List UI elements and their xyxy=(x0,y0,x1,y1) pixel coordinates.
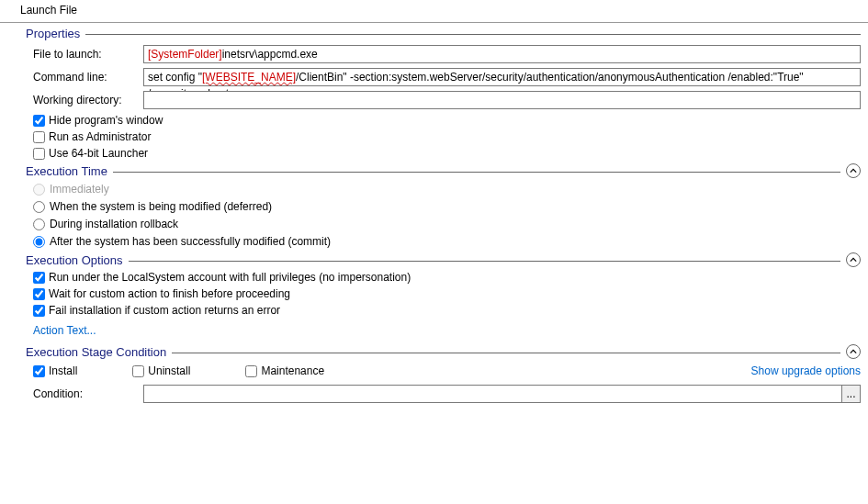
radio-immediately-box xyxy=(33,184,45,196)
section-title-exec-opts: Execution Options xyxy=(26,253,129,267)
page-title: Launch File xyxy=(20,4,77,17)
collapse-button-stage[interactable] xyxy=(846,344,861,359)
radio-rollback[interactable]: During installation rollback xyxy=(33,218,861,230)
checkbox-run-admin[interactable]: Run as Administrator xyxy=(33,130,861,143)
checkbox-uninstall-label: Uninstall xyxy=(148,364,190,377)
section-rule xyxy=(85,34,861,35)
checkbox-hide-window-box[interactable] xyxy=(33,115,45,127)
condition-browse-button[interactable]: ... xyxy=(841,386,860,402)
page-header: Launch File xyxy=(0,0,868,23)
label-command-line: Command line: xyxy=(33,71,143,84)
working-directory-input[interactable] xyxy=(143,91,861,109)
checkbox-maintenance-box[interactable] xyxy=(245,365,257,377)
checkbox-install-box[interactable] xyxy=(33,365,45,377)
section-title-properties: Properties xyxy=(26,27,85,40)
checkbox-run-admin-box[interactable] xyxy=(33,131,45,143)
checkbox-maintenance[interactable]: Maintenance xyxy=(245,364,324,377)
chevron-up-icon xyxy=(850,167,857,174)
file-rest: inetsrv\appcmd.exe xyxy=(222,48,318,61)
checkbox-wait-label: Wait for custom action to finish before … xyxy=(49,287,290,300)
checkbox-localsystem-label: Run under the LocalSystem account with f… xyxy=(49,271,411,284)
section-stage-condition: Execution Stage Condition Install Uninst… xyxy=(0,344,868,403)
file-to-launch-input[interactable]: [SystemFolder]inetsrv\appcmd.exe xyxy=(143,45,861,63)
checkbox-hide-window[interactable]: Hide program's window xyxy=(33,114,861,127)
section-title-exec-time: Execution Time xyxy=(26,164,113,178)
checkbox-run-admin-label: Run as Administrator xyxy=(49,130,151,143)
label-working-directory: Working directory: xyxy=(33,94,143,106)
collapse-button-exec-opts[interactable] xyxy=(846,252,861,267)
file-prefix: [SystemFolder] xyxy=(148,48,222,61)
checkbox-hide-window-label: Hide program's window xyxy=(49,114,163,127)
section-execution-options: Execution Options Run under the LocalSys… xyxy=(0,252,868,341)
radio-commit-label: After the system has been successfully m… xyxy=(50,235,331,248)
checkbox-maintenance-label: Maintenance xyxy=(261,364,324,377)
condition-input-wrap: ... xyxy=(143,385,861,403)
checkbox-fail[interactable]: Fail installation if custom action retur… xyxy=(33,304,861,317)
checkbox-uninstall[interactable]: Uninstall xyxy=(132,364,190,377)
section-rule xyxy=(129,261,840,262)
checkbox-localsystem[interactable]: Run under the LocalSystem account with f… xyxy=(33,271,861,284)
radio-deferred-box[interactable] xyxy=(33,201,45,213)
radio-deferred-label: When the system is being modified (defer… xyxy=(50,200,272,213)
checkbox-wait[interactable]: Wait for custom action to finish before … xyxy=(33,287,861,300)
section-rule xyxy=(113,172,840,173)
checkbox-install-label: Install xyxy=(49,364,77,377)
checkbox-fail-label: Fail installation if custom action retur… xyxy=(49,304,280,317)
chevron-up-icon xyxy=(850,348,857,355)
checkbox-localsystem-box[interactable] xyxy=(33,272,45,284)
checkbox-fail-box[interactable] xyxy=(33,305,45,317)
collapse-button-exec-time[interactable] xyxy=(846,163,861,178)
cmd-placeholder: [WEBSITE_NAME] xyxy=(202,71,296,84)
section-properties: Properties File to launch: [SystemFolder… xyxy=(0,27,868,160)
checkbox-64bit-box[interactable] xyxy=(33,148,45,160)
chevron-up-icon xyxy=(850,256,857,263)
radio-commit-box[interactable] xyxy=(33,236,45,248)
command-line-input[interactable]: set config "[WEBSITE_NAME]/ClientBin" -s… xyxy=(143,68,861,86)
show-upgrade-options-link[interactable]: Show upgrade options xyxy=(751,364,861,377)
checkbox-64bit[interactable]: Use 64-bit Launcher xyxy=(33,147,861,160)
radio-deferred[interactable]: When the system is being modified (defer… xyxy=(33,200,861,213)
condition-input[interactable] xyxy=(144,386,841,402)
action-text-link[interactable]: Action Text... xyxy=(33,324,96,337)
radio-commit[interactable]: After the system has been successfully m… xyxy=(33,235,861,248)
radio-rollback-label: During installation rollback xyxy=(50,218,178,230)
section-title-stage: Execution Stage Condition xyxy=(26,345,172,359)
cmd-pre: set config " xyxy=(148,71,202,84)
checkbox-uninstall-box[interactable] xyxy=(132,365,144,377)
label-condition: Condition: xyxy=(33,387,143,400)
section-rule xyxy=(172,353,840,353)
radio-rollback-box[interactable] xyxy=(33,218,45,230)
checkbox-install[interactable]: Install xyxy=(33,364,77,377)
radio-immediately-label: Immediately xyxy=(50,183,109,196)
label-file-to-launch: File to launch: xyxy=(33,48,143,61)
checkbox-64bit-label: Use 64-bit Launcher xyxy=(49,147,148,160)
section-execution-time: Execution Time Immediately When the syst… xyxy=(0,163,868,248)
checkbox-wait-box[interactable] xyxy=(33,288,45,300)
radio-immediately: Immediately xyxy=(33,183,861,196)
